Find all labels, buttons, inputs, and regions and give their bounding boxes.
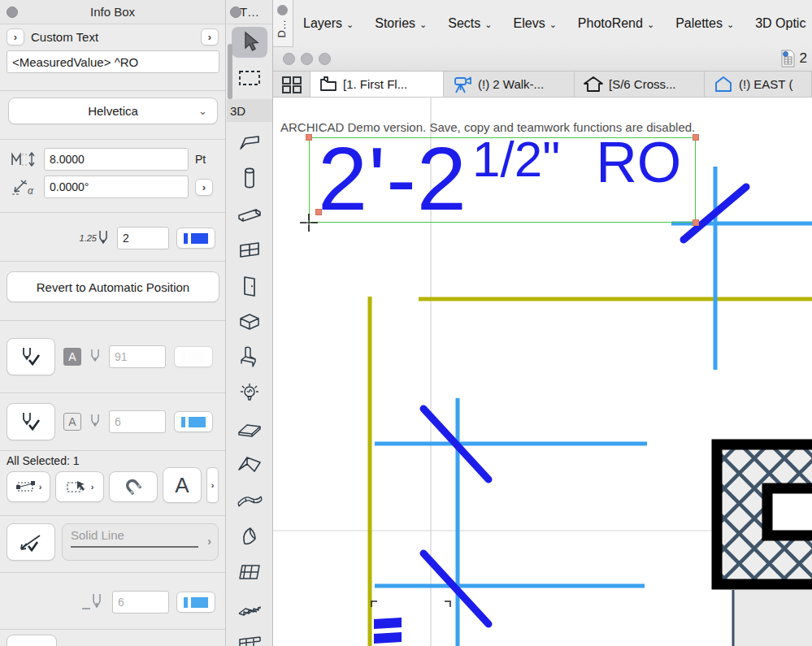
tool-stair[interactable] (232, 592, 267, 623)
outline-pen-toggle-button[interactable] (7, 403, 55, 440)
palette-close-button[interactable] (7, 7, 18, 18)
text-pen-color-button[interactable] (176, 228, 215, 249)
chevron-right-icon: › (39, 482, 42, 492)
selection-handle-bottom-right[interactable] (693, 219, 699, 226)
tool-door[interactable] (232, 271, 267, 301)
menu-photorend[interactable]: PhotoRend⌄ (578, 16, 654, 31)
tool-window[interactable] (232, 235, 267, 266)
tab-cross-section[interactable]: [S/6 Cross... (575, 72, 705, 97)
tool-object-chair[interactable] (232, 342, 267, 373)
window-close-button[interactable] (283, 53, 295, 65)
palette-close-button[interactable] (277, 5, 288, 15)
tool-roof[interactable] (232, 449, 267, 480)
chevron-right-icon: › (207, 535, 211, 548)
custom-text-input[interactable] (7, 50, 219, 73)
collapsed-palette-d[interactable]: D… (273, 0, 293, 47)
skylight-icon (237, 311, 262, 332)
tool-beam[interactable] (232, 199, 267, 230)
window-minimize-button[interactable] (301, 53, 313, 65)
curtain-wall-icon (237, 561, 262, 583)
angle-options-button[interactable]: › (195, 179, 213, 196)
elevation-house-icon (713, 76, 734, 93)
partial-section (0, 630, 225, 646)
tool-shell[interactable] (232, 521, 267, 552)
section-expand-button[interactable]: › (7, 28, 24, 46)
tab-east-elevation[interactable]: (!) EAST ( (705, 72, 812, 97)
tool-column[interactable] (232, 163, 267, 194)
marquee-icon (237, 68, 262, 88)
tool-wall[interactable] (232, 128, 267, 158)
tool-railing[interactable] (232, 628, 267, 646)
marquee-cursor-icon (66, 479, 89, 495)
line-type-preview (71, 546, 198, 548)
marker-pen-color-button[interactable] (176, 592, 215, 613)
grid-icon (281, 76, 302, 93)
rotation-angle-icon: α (10, 178, 37, 196)
walkthrough-camera-icon (452, 75, 473, 94)
font-pen-color-button[interactable] (174, 346, 213, 367)
collapsed-palette-title: D… (276, 20, 288, 37)
text-tool-indicator-button[interactable]: A (163, 467, 202, 503)
tab-overview-button[interactable] (273, 72, 310, 97)
chevron-down-icon: ⌄ (198, 105, 207, 117)
menu-palettes[interactable]: Palettes⌄ (675, 16, 734, 31)
outline-pen-input[interactable] (109, 410, 166, 433)
tool-curtain-wall[interactable] (232, 557, 267, 587)
marquee-select-button[interactable]: › (55, 471, 104, 502)
all-selected-label: All Selected: 1 (7, 454, 220, 467)
text-pen-input[interactable] (117, 227, 169, 249)
pen-icon (89, 348, 101, 366)
tab-walkthrough[interactable]: (!) 2 Walk-... (444, 72, 575, 97)
selection-section: All Selected: 1 › › A (0, 451, 225, 516)
font-pen-input[interactable] (109, 345, 166, 368)
tool-marquee[interactable] (232, 63, 267, 93)
line-type-toggle-button[interactable] (7, 523, 55, 561)
tool-arrow[interactable] (232, 27, 267, 58)
menu-3d-options[interactable]: 3D Optic (755, 16, 805, 31)
revert-to-automatic-position-button[interactable]: Revert to Automatic Position (7, 271, 219, 302)
menu-elevs[interactable]: Elevs⌄ (514, 16, 557, 31)
font-section: Helvetica ⌄ (0, 91, 225, 140)
partial-button[interactable] (7, 635, 57, 646)
line-type-dropdown[interactable]: Solid Line › (62, 523, 219, 561)
chevron-down-icon: ⌄ (346, 20, 354, 30)
outline-pen-color-button[interactable] (174, 411, 213, 432)
tab-first-floor[interactable]: [1. First Fl... (310, 72, 444, 97)
rotation-angle-input[interactable] (44, 176, 189, 198)
chevron-down-icon: ⌄ (647, 20, 654, 30)
roof-icon (237, 454, 263, 475)
menu-bar: Layers⌄ Stories⌄ Sects⌄ Elevs⌄ PhotoRend… (293, 0, 812, 47)
toolbox-scrollbar[interactable] (228, 44, 232, 99)
window-title: 2 (800, 50, 807, 67)
menu-sects[interactable]: Sects⌄ (448, 16, 492, 31)
edit-path-button[interactable]: › (7, 471, 50, 502)
marker-pen-input[interactable] (112, 591, 169, 613)
tool-flyout-button[interactable]: › (206, 467, 219, 503)
window-title-bar[interactable]: 2 (273, 47, 812, 72)
tool-mesh[interactable] (232, 485, 267, 516)
window-zoom-button[interactable] (319, 53, 331, 65)
custom-text-flyout-button[interactable]: › (201, 28, 219, 46)
menu-layers[interactable]: Layers⌄ (303, 16, 354, 31)
selection-handle-top-left[interactable] (306, 134, 312, 141)
font-pen-toggle-button[interactable] (7, 338, 55, 375)
selection-handle-top-right[interactable] (693, 134, 699, 141)
chair-icon (239, 345, 260, 370)
tab-label: (!) 2 Walk-... (478, 77, 544, 91)
drawing-canvas[interactable]: ARCHICAD Demo version. Save, copy and te… (273, 98, 812, 646)
selection-rectangle[interactable] (309, 137, 696, 223)
tool-slab[interactable] (232, 414, 267, 444)
hatched-wall-block (717, 444, 812, 584)
tool-lamp[interactable] (232, 378, 267, 409)
menu-stories[interactable]: Stories⌄ (375, 16, 427, 31)
tab-bar: [1. First Fl... (!) 2 Walk-... [S/6 Cros… (273, 72, 812, 98)
toolbox-3d-group-label: 3D (227, 99, 272, 122)
palette-close-button[interactable] (230, 7, 241, 18)
font-size-input[interactable] (44, 148, 189, 171)
tool-skylight[interactable] (232, 306, 267, 337)
svg-text:α: α (28, 185, 34, 196)
font-family-dropdown[interactable]: Helvetica ⌄ (8, 98, 218, 124)
toolbox-header: T… (227, 0, 272, 24)
custom-text-label: Custom Text (31, 30, 98, 44)
magnet-snap-button[interactable] (109, 471, 158, 502)
